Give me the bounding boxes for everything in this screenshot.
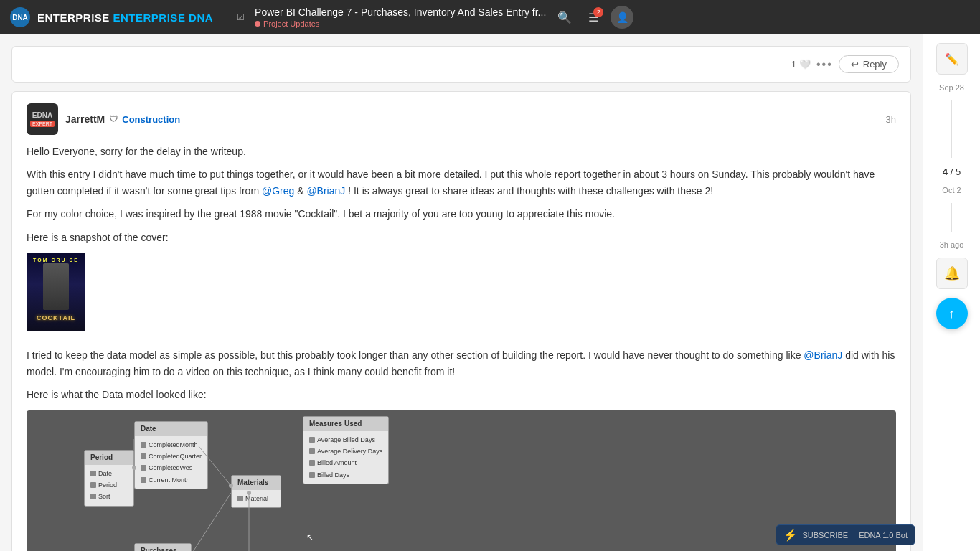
dna-logo-icon: DNA	[9, 6, 32, 29]
dm-purchases-box: Purchases Customer Material	[134, 543, 192, 551]
reply-bar: 1 🤍 ••• ↩ Reply	[11, 46, 911, 83]
svg-text:DNA: DNA	[12, 14, 28, 22]
post-paragraph-4: Here is a snapshot of the cover:	[27, 230, 896, 245]
brand-name: ENTERPRISE ENTERPRISE DNA	[37, 11, 213, 24]
dm-period-box: Period Date Period Sort	[84, 450, 134, 507]
page-main-title: Power BI Challenge 7 - Purchases, Invent…	[255, 6, 546, 18]
heart-icon: 🤍	[799, 59, 811, 70]
author-name: JarrettM	[65, 113, 105, 125]
menu-button[interactable]: ☰ 2	[582, 6, 605, 29]
mention-greg[interactable]: @Greg	[262, 185, 294, 197]
reply-button[interactable]: ↩ Reply	[839, 55, 899, 73]
mention-brianj-2[interactable]: @BrianJ	[804, 349, 842, 361]
post-paragraph-2: With this entry I didn't have much time …	[27, 166, 896, 199]
reply-meta: 1 🤍 ••• ↩ Reply	[24, 55, 899, 73]
cursor-indicator	[306, 529, 312, 534]
like-button[interactable]: 1 🤍	[791, 59, 811, 70]
author-name-row: JarrettM 🛡 Construction	[65, 113, 879, 125]
nav-actions: 🔍 ☰ 2 👤	[553, 6, 633, 29]
search-icon: 🔍	[557, 11, 572, 24]
scroll-top-button[interactable]: ↑	[936, 298, 968, 329]
post-paragraph-6: Here is what the Data model looked like:	[27, 387, 896, 402]
subscribe-bot-bar[interactable]: ⚡ SUBSCRIBE EDNA 1.0 Bot	[776, 524, 915, 545]
data-model-diagram: Period Date Period Sort Date CompletedMo…	[27, 410, 896, 551]
dm-date-box: Date CompletedMonth CompletedQuarter Com…	[134, 421, 208, 490]
page-title-area: Power BI Challenge 7 - Purchases, Invent…	[255, 6, 546, 28]
bell-icon: 🔔	[944, 265, 960, 281]
edit-icon-button[interactable]: ✏️	[936, 43, 968, 75]
user-avatar[interactable]: 👤	[611, 6, 633, 29]
notification-badge: 2	[593, 7, 603, 17]
oct2-label: Oct 2	[942, 186, 961, 194]
post-time: 3h	[886, 114, 896, 125]
sidebar-divider-mid	[951, 203, 952, 232]
post-body: Hello Everyone, sorry for the delay in t…	[27, 143, 896, 551]
content-area: 1 🤍 ••• ↩ Reply EDNA EXPERT Jarret	[0, 34, 923, 551]
movie-cover-image: TOM CRUISE COCKTAIL	[27, 253, 85, 331]
author-avatar: EDNA EXPERT	[27, 103, 58, 135]
shield-icon: 🛡	[109, 114, 118, 124]
mention-brianj-1[interactable]: @BrianJ	[306, 185, 345, 197]
subscribe-label: SUBSCRIBE	[802, 531, 848, 540]
post-header: EDNA EXPERT JarrettM 🛡 Construction 3h	[27, 103, 896, 135]
movie-actor-name: TOM CRUISE	[27, 256, 85, 264]
notification-bell-button[interactable]: 🔔	[936, 258, 968, 289]
arrow-up-icon: ↑	[948, 306, 955, 321]
dm-measures-box: Measures Used Average Billed Days Averag…	[303, 416, 389, 485]
page-subtitle: Project Updates	[255, 19, 546, 28]
post-paragraph-1: Hello Everyone, sorry for the delay in t…	[27, 143, 896, 159]
reply-arrow-icon: ↩	[851, 59, 859, 70]
bot-label: EDNA 1.0 Bot	[859, 531, 908, 540]
author-info: JarrettM 🛡 Construction	[65, 113, 879, 125]
right-sidebar: ✏️ Sep 28 4 / 5 Oct 2 3h ago 🔔 ↑	[923, 34, 980, 551]
top-navigation: DNA ENTERPRISE ENTERPRISE DNA ☑ Power BI…	[0, 0, 980, 34]
like-count: 1	[791, 59, 796, 70]
post-paragraph-5: I tried to keep the data model as simple…	[27, 347, 896, 380]
pagination-info: 4 / 5	[943, 166, 961, 177]
svg-line-5	[192, 493, 231, 551]
time-ago-label: 3h ago	[940, 240, 964, 249]
dm-materials-box: Materials Material	[231, 475, 281, 508]
post-category[interactable]: Construction	[122, 114, 180, 125]
post-paragraph-3: For my color choice, I was inspired by t…	[27, 206, 896, 222]
brand-logo[interactable]: DNA ENTERPRISE ENTERPRISE DNA	[9, 6, 213, 29]
movie-name: COCKTAIL	[37, 313, 75, 323]
sidebar-divider-top	[951, 100, 952, 158]
search-button[interactable]: 🔍	[553, 6, 576, 29]
sep28-label: Sep 28	[939, 83, 964, 92]
more-options-button[interactable]: •••	[816, 58, 833, 71]
bot-icon: ⚡	[783, 528, 798, 542]
avatar-icon: 👤	[616, 11, 628, 23]
pencil-icon: ✏️	[945, 52, 959, 66]
post-card: EDNA EXPERT JarrettM 🛡 Construction 3h H…	[11, 91, 911, 551]
